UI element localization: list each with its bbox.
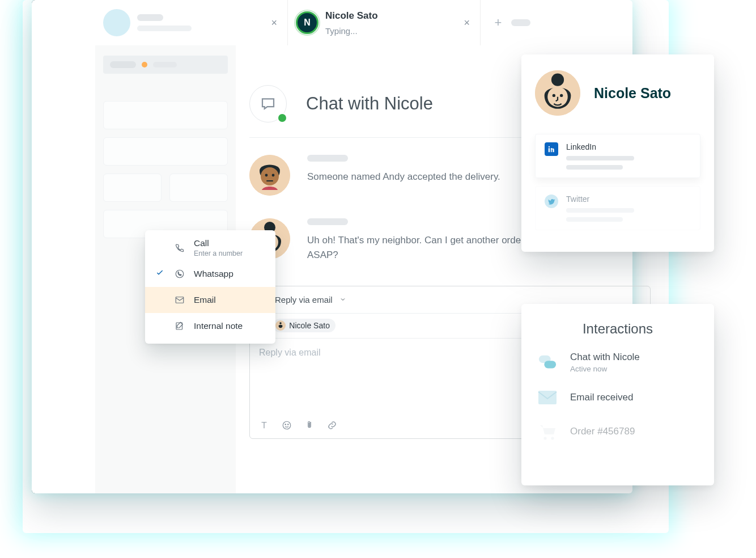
chat-icon (537, 353, 558, 372)
channel-email[interactable]: Email (145, 287, 275, 313)
tab-2-title: Nicole Sato (325, 10, 378, 22)
message-text: Uh oh! That's my neighbor. Can I get ano… (307, 233, 545, 263)
svg-point-12 (283, 421, 291, 429)
check-icon (155, 268, 165, 280)
chevron-down-icon (339, 296, 346, 303)
interaction-chat[interactable]: Chat with NicoleActive now (537, 352, 698, 373)
placeholder (153, 62, 177, 67)
svg-rect-23 (549, 148, 550, 152)
svg-point-1 (261, 167, 279, 185)
cart-icon (537, 422, 558, 441)
svg-point-24 (549, 146, 550, 147)
svg-point-22 (560, 94, 563, 97)
svg-point-2 (265, 174, 268, 177)
placeholder (137, 26, 192, 31)
interaction-label: Order #456789 (570, 426, 635, 437)
menu-label: Call (194, 238, 243, 248)
tab-bar: × N Nicole Sato Typing... × + (95, 0, 632, 45)
svg-rect-16 (176, 297, 184, 303)
svg-point-19 (551, 74, 564, 86)
social-label: Twitter (566, 195, 691, 204)
svg-rect-27 (538, 391, 557, 404)
status-dot-icon (142, 62, 147, 67)
svg-point-29 (551, 437, 554, 440)
interactions-title: Interactions (537, 321, 698, 337)
interaction-label: Email received (570, 392, 634, 403)
emoji-icon[interactable] (282, 420, 292, 430)
tab-2-status: Typing... (325, 26, 378, 36)
placeholder (566, 217, 623, 222)
menu-label: Whatsapp (194, 269, 233, 279)
sidebar-card[interactable] (103, 174, 162, 202)
presence-dot-icon (277, 113, 287, 123)
sidebar-card[interactable] (169, 174, 228, 202)
channel-call[interactable]: CallEnter a number (145, 235, 275, 261)
interactions-panel: Interactions Chat with NicoleActive now … (521, 304, 714, 485)
svg-point-21 (553, 94, 555, 97)
social-linkedin[interactable]: LinkedIn (535, 134, 700, 178)
placeholder (137, 14, 163, 21)
svg-point-13 (285, 424, 286, 425)
placeholder (566, 165, 623, 170)
svg-point-28 (544, 437, 547, 440)
social-label: LinkedIn (566, 142, 691, 151)
channel-whatsapp[interactable]: Whatsapp (145, 261, 275, 287)
placeholder (511, 19, 530, 26)
link-icon[interactable] (327, 420, 337, 430)
phone-icon (175, 243, 185, 253)
recipient-chip[interactable]: Nicole Sato (273, 319, 335, 332)
placeholder (566, 208, 634, 213)
profile-avatar (535, 70, 580, 116)
whatsapp-icon (175, 269, 185, 279)
menu-label: Internal note (194, 321, 243, 331)
chip-label: Nicole Sato (289, 321, 330, 330)
close-icon[interactable]: × (271, 17, 277, 29)
placeholder (307, 155, 348, 162)
interaction-sublabel: Active now (570, 365, 640, 373)
message-avatar (249, 155, 290, 196)
chat-icon (249, 85, 287, 122)
social-twitter[interactable]: Twitter (535, 186, 700, 230)
attachment-icon[interactable] (304, 420, 315, 430)
svg-point-15 (176, 270, 184, 278)
sidebar-card[interactable] (103, 101, 228, 129)
placeholder (566, 156, 634, 160)
svg-point-14 (288, 424, 289, 425)
tab-2-active[interactable]: N Nicole Sato Typing... × (288, 0, 481, 45)
chip-avatar-icon (275, 320, 286, 331)
svg-point-11 (280, 323, 282, 325)
add-tab-button[interactable]: + (489, 13, 508, 32)
interaction-email[interactable]: Email received (537, 388, 698, 407)
note-icon (175, 321, 185, 331)
close-icon[interactable]: × (464, 17, 470, 29)
profile-panel: Nicole Sato LinkedIn Twitter (521, 54, 714, 252)
twitter-icon (545, 195, 558, 208)
channel-menu: CallEnter a number Whatsapp Email Intern… (145, 230, 275, 344)
interaction-label: Chat with Nicole (570, 352, 640, 363)
message-text: Someone named Andy accepted the delivery… (307, 170, 500, 184)
sidebar-card[interactable] (103, 137, 228, 166)
menu-sublabel: Enter a number (194, 250, 243, 257)
tab-2-avatar: N (296, 11, 318, 34)
reply-channel-label: Reply via email (275, 295, 333, 305)
placeholder (110, 61, 136, 68)
svg-rect-26 (544, 361, 556, 368)
menu-label: Email (194, 295, 216, 305)
text-format-icon[interactable] (259, 420, 269, 430)
avatar-initial: N (304, 18, 311, 28)
tab-1[interactable]: × (95, 0, 288, 45)
placeholder (307, 218, 348, 225)
email-icon (537, 388, 558, 407)
linkedin-icon (545, 142, 558, 156)
svg-point-20 (547, 87, 568, 107)
svg-point-3 (272, 174, 275, 177)
chat-title: Chat with Nicole (306, 94, 433, 114)
sidebar-status-pill[interactable] (103, 56, 228, 74)
tab-1-avatar (103, 9, 130, 36)
channel-internal-note[interactable]: Internal note (145, 313, 275, 339)
interaction-order[interactable]: Order #456789 (537, 422, 698, 441)
profile-name: Nicole Sato (594, 85, 671, 102)
email-icon (175, 295, 185, 305)
